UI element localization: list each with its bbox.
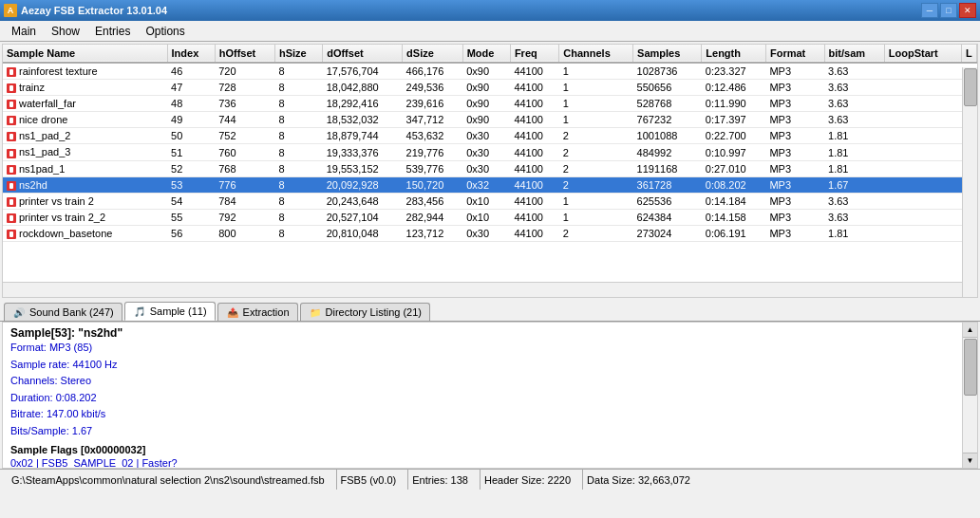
app-title: Aezay FSB Extractor 13.01.04 — [21, 5, 167, 16]
close-button[interactable]: ✕ — [959, 3, 976, 18]
scrollbar-up-arrow[interactable]: ▲ — [963, 323, 977, 338]
sample-file-icon — [7, 181, 16, 191]
table-row[interactable]: printer vs train 2_255792820,527,104282,… — [3, 209, 977, 225]
info-scrollbar-thumb[interactable] — [964, 339, 977, 396]
menu-main[interactable]: Main — [4, 23, 44, 40]
table-cell: MP3 — [765, 80, 824, 96]
table-row[interactable]: ns2hd53776820,092,928150,7200x3244100236… — [3, 176, 977, 193]
col-channels[interactable]: Channels — [559, 45, 633, 63]
sample-file-icon — [7, 230, 16, 239]
table-cell: 44100 — [510, 176, 558, 193]
table-scrollbar-vertical[interactable] — [962, 67, 977, 297]
tab-sample-label: Sample (11) — [150, 305, 207, 317]
table-cell: 0:14.158 — [702, 209, 766, 225]
table-cell: 0x10 — [462, 209, 510, 225]
sample-file-icon — [7, 213, 16, 223]
tab-extraction[interactable]: 📤 Extraction — [217, 303, 298, 321]
sample-icon: 🎵 — [133, 305, 146, 317]
col-length[interactable]: Length — [702, 45, 766, 63]
col-freq[interactable]: Freq — [510, 45, 558, 63]
col-dsize[interactable]: dSize — [403, 45, 463, 63]
table-cell: 123,712 — [403, 225, 463, 241]
table-cell: 0x30 — [462, 160, 510, 176]
table-cell: 768 — [215, 160, 274, 176]
scrollbar-down-arrow[interactable]: ▼ — [963, 453, 977, 468]
info-detail-line: Duration: 0:08.202 — [10, 390, 970, 407]
col-hsize[interactable]: hSize — [274, 45, 322, 63]
table-cell: 1.81 — [824, 160, 884, 176]
tab-dirlist[interactable]: 📁 Directory Listing (21) — [300, 303, 430, 321]
table-cell: 0x90 — [462, 63, 510, 80]
table-cell: 44100 — [510, 112, 558, 128]
tab-soundbank[interactable]: 🔊 Sound Bank (247) — [4, 303, 122, 321]
tab-soundbank-label: Sound Bank (247) — [29, 306, 114, 318]
cell-sample-name: ns1_pad_3 — [3, 144, 167, 160]
col-bitsam[interactable]: bit/sam — [824, 45, 884, 63]
col-format[interactable]: Format — [765, 45, 824, 63]
table-row[interactable]: waterfall_far48736818,292,416239,6160x90… — [3, 96, 977, 112]
minimize-button[interactable]: ─ — [921, 3, 938, 18]
extraction-icon: 📤 — [226, 306, 239, 318]
table-cell: 273024 — [633, 225, 702, 241]
tab-sample[interactable]: 🎵 Sample (11) — [124, 302, 216, 321]
table-cell: 46 — [167, 63, 215, 80]
table-cell: 0:10.997 — [702, 144, 766, 160]
table-cell — [884, 63, 961, 80]
table-row[interactable]: trainz47728818,042,880249,5360x904410015… — [3, 80, 977, 96]
table-cell: 347,712 — [403, 112, 463, 128]
menu-entries[interactable]: Entries — [87, 23, 138, 40]
table-cell: 0x90 — [462, 112, 510, 128]
table-row[interactable]: nice drone49744818,532,032347,7120x90441… — [3, 112, 977, 128]
info-scrollbar[interactable]: ▲ ▼ — [962, 323, 977, 468]
table-cell: 361728 — [633, 176, 702, 193]
table-cell: MP3 — [765, 96, 824, 112]
col-index[interactable]: Index — [167, 45, 215, 63]
table-cell: 8 — [274, 112, 322, 128]
table-row[interactable]: printer vs train 254784820,243,648283,45… — [3, 193, 977, 209]
app-icon: A — [4, 4, 17, 17]
status-entries: Entries: 138 — [408, 470, 481, 490]
table-cell: 52 — [167, 160, 215, 176]
maximize-button[interactable]: □ — [940, 3, 957, 18]
col-samples[interactable]: Samples — [633, 45, 702, 63]
table-cell: 1.81 — [824, 144, 884, 160]
table-row[interactable]: rainforest texture46720817,576,704466,17… — [3, 63, 977, 80]
table-cell: 20,527,104 — [323, 209, 403, 225]
table-cell: 720 — [215, 63, 274, 80]
table-scrollbar-horizontal[interactable] — [3, 282, 962, 297]
table-cell: 44100 — [510, 209, 558, 225]
table-cell: 51 — [167, 144, 215, 160]
table-cell: 44100 — [510, 63, 558, 80]
menu-show[interactable]: Show — [44, 23, 87, 40]
table-cell: 3.63 — [824, 112, 884, 128]
table-header-row: Sample Name Index hOffset hSize dOffset … — [3, 45, 977, 63]
table-cell: 1 — [559, 96, 633, 112]
table-cell: 8 — [274, 193, 322, 209]
table-row[interactable]: ns1_pad_351760819,333,376219,7760x304410… — [3, 144, 977, 160]
cell-sample-name: ns1pad_1 — [3, 160, 167, 176]
scrollbar-thumb[interactable] — [964, 68, 977, 106]
col-hoffset[interactable]: hOffset — [215, 45, 274, 63]
scrollbar-track[interactable] — [963, 338, 977, 453]
table-cell: 8 — [274, 176, 322, 193]
table-cell: 8 — [274, 80, 322, 96]
table-cell: 3.63 — [824, 63, 884, 80]
menu-options[interactable]: Options — [138, 23, 192, 40]
main-table-container: Sample Name Index hOffset hSize dOffset … — [2, 44, 978, 298]
table-cell: 8 — [274, 144, 322, 160]
col-l[interactable]: L — [962, 45, 977, 63]
col-loopstart[interactable]: LoopStart — [884, 45, 961, 63]
col-doffset[interactable]: dOffset — [323, 45, 403, 63]
sample-file-icon — [7, 149, 16, 158]
table-cell: MP3 — [765, 128, 824, 144]
table-row[interactable]: ns1_pad_250752818,879,744453,6320x304410… — [3, 128, 977, 144]
sample-file-icon — [7, 132, 16, 141]
table-cell: 2 — [559, 225, 633, 241]
col-mode[interactable]: Mode — [462, 45, 510, 63]
table-cell: 625536 — [633, 193, 702, 209]
col-sample-name[interactable]: Sample Name — [3, 45, 167, 63]
table-row[interactable]: ns1pad_152768819,553,152539,7760x3044100… — [3, 160, 977, 176]
table-cell: 0:27.010 — [702, 160, 766, 176]
table-cell: 728 — [215, 80, 274, 96]
table-row[interactable]: rockdown_basetone56800820,810,048123,712… — [3, 225, 977, 241]
